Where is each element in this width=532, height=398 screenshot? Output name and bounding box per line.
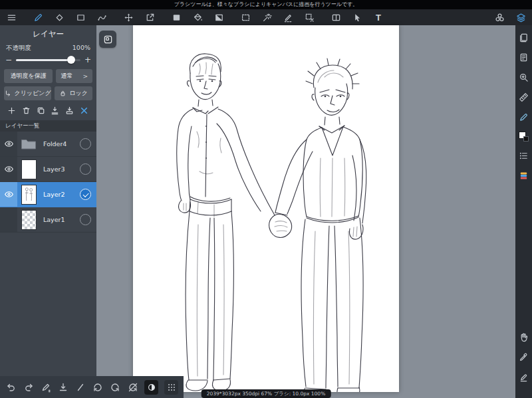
- background-color[interactable]: [523, 136, 529, 142]
- hint-text: ブラシツールは、様々なブラシによりキャンバスに描画を行うツールです。: [174, 1, 358, 7]
- document-panel-button[interactable]: [518, 52, 529, 63]
- canvas[interactable]: [133, 25, 399, 392]
- opacity-slider-fill: [16, 59, 71, 61]
- split-view-button[interactable]: [329, 10, 343, 25]
- invert-view-button[interactable]: [144, 380, 158, 395]
- transfer-layer-button[interactable]: [64, 105, 75, 116]
- line-icon: [75, 382, 86, 393]
- hand-tool-button[interactable]: [518, 332, 529, 343]
- undo-button[interactable]: [5, 381, 17, 393]
- list-panel-icon: [519, 151, 529, 161]
- bottom-toolbar: [0, 376, 184, 398]
- marquee-select-button[interactable]: [238, 10, 253, 25]
- layer-name: Layer3: [40, 165, 80, 173]
- collapse-panel-button[interactable]: [99, 31, 116, 48]
- eyedropper-tool-button[interactable]: [518, 351, 529, 363]
- document-panel-icon: [519, 52, 529, 62]
- rotate-cw-button[interactable]: [110, 381, 121, 393]
- gradient-tool-button[interactable]: [211, 10, 226, 25]
- eraser-tool-button[interactable]: [52, 10, 66, 25]
- opacity-minus-button[interactable]: −: [5, 55, 12, 64]
- layer-select-circle[interactable]: [80, 163, 91, 175]
- eraser-tool-icon: [55, 13, 65, 23]
- color-sync-icon: [495, 13, 505, 23]
- shape-tool-button[interactable]: [73, 10, 88, 25]
- menu-button[interactable]: [4, 10, 19, 25]
- layer-select-circle-checked[interactable]: [80, 189, 91, 200]
- layer-row-folder4[interactable]: Folder4: [0, 132, 96, 157]
- layer-list: Folder4 Layer3: [0, 132, 96, 233]
- list-panel-button[interactable]: [518, 150, 529, 161]
- download-button[interactable]: [57, 381, 68, 393]
- layer-thumbnail[interactable]: [17, 210, 40, 230]
- collapse-panel-icon: [103, 35, 113, 45]
- color-sync-button[interactable]: [492, 10, 507, 25]
- lock-label: ロック: [69, 89, 88, 98]
- layer-select-circle[interactable]: [80, 214, 91, 225]
- duplicate-layer-button[interactable]: [35, 105, 47, 116]
- brush-panel-button[interactable]: [518, 112, 529, 123]
- palette-panel-button[interactable]: [518, 170, 529, 181]
- deselect-button[interactable]: [302, 10, 317, 25]
- merge-down-button[interactable]: [49, 105, 61, 116]
- paint-app: ブラシツールは、様々なブラシによりキャンバスに描画を行うツールです。: [0, 0, 532, 398]
- bucket-tool-button[interactable]: [190, 10, 205, 25]
- layers-panel-button[interactable]: [513, 10, 528, 25]
- canvas-area[interactable]: 2039*3032px 350dpi 67% ブラシ: 10.0px 100%: [96, 25, 515, 398]
- visibility-toggle-off[interactable]: [0, 207, 17, 232]
- blend-mode-button[interactable]: 通常 >: [56, 69, 92, 83]
- stylus-tool-button[interactable]: [518, 371, 529, 383]
- pen-settings-button[interactable]: [40, 381, 51, 393]
- layer-select-circle[interactable]: [80, 138, 91, 149]
- rotate-ccw-button[interactable]: [92, 381, 104, 393]
- rotate-cw-icon: [110, 382, 120, 393]
- move-tool-button[interactable]: [121, 10, 136, 25]
- eyedropper-tool-icon: [519, 352, 529, 362]
- lock-button[interactable]: ロック: [55, 86, 92, 100]
- protect-alpha-button[interactable]: 透明度を保護: [4, 69, 53, 83]
- scatter-tool-button[interactable]: [94, 10, 109, 25]
- close-panel-button[interactable]: [78, 105, 90, 116]
- rotate-reset-button[interactable]: [127, 381, 138, 393]
- main-toolbar: T: [0, 9, 532, 25]
- layer-thumbnail[interactable]: [17, 159, 40, 179]
- move-tool-icon: [124, 13, 134, 23]
- layer-thumbnail[interactable]: [17, 138, 40, 150]
- delete-layer-button[interactable]: [21, 105, 32, 116]
- invert-icon: [147, 383, 156, 392]
- layers-panel: レイヤー 不透明度 100% − + 透明度を保護 通常 >: [0, 25, 96, 376]
- add-layer-button[interactable]: [6, 105, 17, 116]
- rotate-reset-icon: [128, 382, 138, 393]
- lasso-pen-button[interactable]: [281, 10, 295, 25]
- clipping-button[interactable]: クリッピング: [4, 86, 51, 100]
- layer-thumbnail[interactable]: [17, 185, 40, 205]
- magic-wand-button[interactable]: [259, 10, 274, 25]
- layer-row-layer2[interactable]: Layer2: [0, 182, 96, 207]
- right-sidebar: [515, 25, 532, 398]
- cursor-tool-button[interactable]: [350, 10, 364, 25]
- export-button[interactable]: [142, 10, 157, 25]
- redo-button[interactable]: [23, 381, 34, 393]
- layer-row-layer1[interactable]: Layer1: [0, 207, 96, 233]
- opacity-slider[interactable]: [16, 59, 80, 61]
- line-tool-button[interactable]: [75, 381, 86, 393]
- text-tool-button[interactable]: T: [371, 10, 386, 25]
- visibility-toggle[interactable]: [0, 132, 17, 156]
- visibility-toggle[interactable]: [0, 157, 17, 181]
- fill-rect-tool-button[interactable]: [169, 10, 184, 25]
- pages-panel-button[interactable]: [518, 32, 529, 43]
- zoom-panel-button[interactable]: [518, 72, 529, 83]
- ruler-panel-button[interactable]: [518, 92, 529, 103]
- blend-mode-label: 通常: [61, 72, 72, 80]
- opacity-plus-button[interactable]: +: [84, 55, 91, 64]
- opacity-slider-knob[interactable]: [67, 56, 75, 64]
- grid-toggle-button[interactable]: [164, 380, 178, 395]
- delete-layer-icon: [21, 106, 31, 116]
- redo-icon: [23, 382, 34, 393]
- layer-row-layer3[interactable]: Layer3: [0, 157, 96, 182]
- color-swatch[interactable]: [519, 132, 529, 142]
- scatter-tool-icon: [97, 13, 107, 23]
- visibility-toggle[interactable]: [0, 182, 17, 207]
- brush-tool-button[interactable]: [31, 10, 45, 25]
- layer-name: Layer1: [40, 216, 80, 223]
